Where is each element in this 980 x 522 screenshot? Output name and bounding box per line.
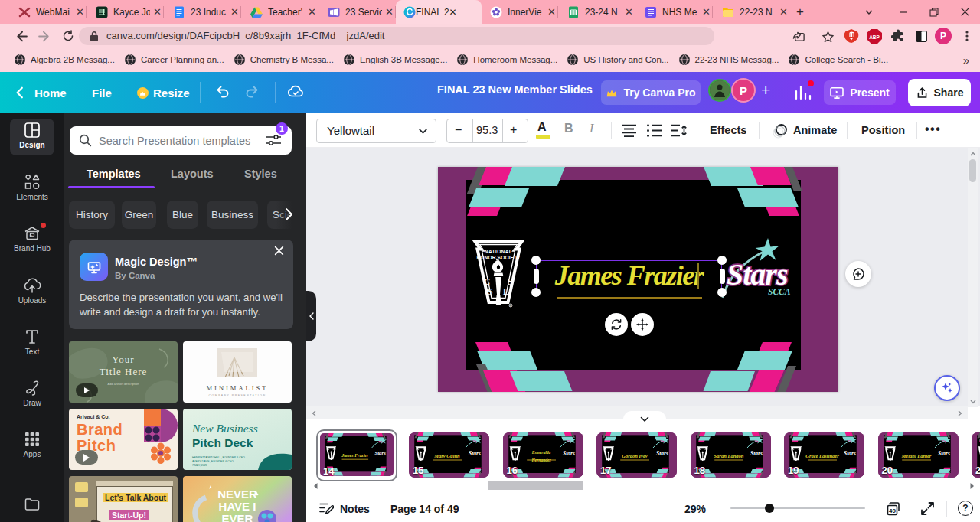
svg-text:Melani Lanier: Melani Lanier [900,453,931,458]
svg-text:Hernandez: Hernandez [531,458,551,462]
svg-text:R: R [510,305,512,308]
svg-text:NATIONAL: NATIONAL [485,249,512,254]
svg-text:Esmeralda: Esmeralda [531,450,550,455]
svg-text:49: 49 [889,507,896,514]
svg-text:James Frazier: James Frazier [341,453,369,458]
svg-text:SCCA: SCCA [768,287,791,296]
svg-text:Sarah Landon: Sarah Landon [714,453,743,458]
svg-text:Mary Guinn: Mary Guinn [433,453,460,458]
svg-text:C: C [484,277,490,286]
svg-text:L: L [503,287,509,296]
svg-text:Gordon Ivey: Gordon Ivey [622,453,648,458]
svg-text:S: S [508,277,512,286]
svg-text:co.: co. [30,234,33,237]
svg-text:ABP: ABP [869,34,880,40]
svg-text:Grace Lastinger: Grace Lastinger [805,453,839,458]
svg-text:S: S [488,287,492,296]
